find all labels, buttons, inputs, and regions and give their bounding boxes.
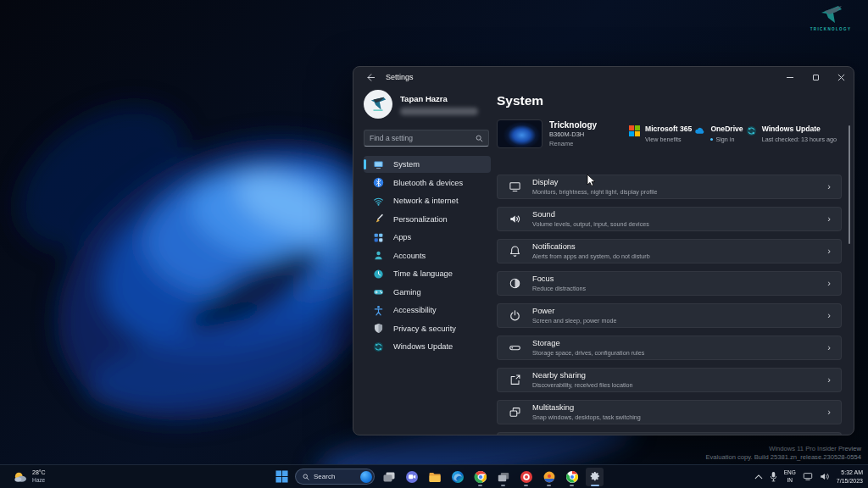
taskbar-app-window-stack[interactable]	[494, 468, 512, 486]
running-indicator	[547, 485, 551, 486]
row-title: Multitasking	[532, 403, 641, 412]
titlebar[interactable]: Settings	[353, 67, 854, 87]
sidebar-item-privacy-security[interactable]: Privacy & security	[364, 320, 491, 337]
network-icon[interactable]	[803, 472, 813, 481]
search-icon	[476, 135, 483, 142]
quick-card-subtitle: Last checked: 13 hours ago	[762, 136, 837, 143]
quick-card-onedrive[interactable]: OneDrive Sign in	[694, 125, 743, 143]
profile-email-blurred	[400, 108, 478, 115]
search-input[interactable]	[370, 134, 476, 142]
back-button[interactable]	[364, 71, 376, 83]
settings-row-partial[interactable]	[497, 432, 842, 435]
row-title: Sound	[532, 210, 649, 219]
minimize-icon	[787, 77, 793, 78]
language-primary: ENG	[784, 469, 796, 476]
search-highlights-icon[interactable]	[360, 471, 372, 483]
taskbar-app-settings[interactable]	[586, 468, 604, 486]
weather-temp: 28°C	[32, 469, 46, 476]
maximize-button[interactable]	[803, 67, 828, 87]
chevron-right-icon: ›	[827, 214, 831, 224]
onedrive-icon	[694, 125, 705, 136]
apps-icon	[373, 232, 384, 243]
close-button[interactable]	[828, 67, 854, 87]
taskbar-app-red-ring-app[interactable]	[517, 468, 535, 486]
start-button[interactable]	[273, 468, 290, 486]
row-subtitle: Volume levels, output, input, sound devi…	[532, 220, 649, 228]
insider-watermark: Windows 11 Pro Insider Preview Evaluatio…	[705, 445, 861, 461]
update-icon	[746, 125, 757, 136]
quick-card-subtitle: Sign in	[710, 136, 743, 143]
row-subtitle: Discoverability, received files location	[532, 381, 633, 389]
tray-overflow-chevron-icon[interactable]	[754, 474, 763, 480]
sidebar-item-bluetooth-devices[interactable]: Bluetooth & devices	[364, 175, 491, 191]
settings-row-display[interactable]: Display Monitors, brightness, night ligh…	[497, 175, 842, 199]
taskbar-app-chat[interactable]	[403, 468, 420, 486]
microphone-icon[interactable]	[770, 471, 777, 482]
sidebar-item-gaming[interactable]: Gaming	[364, 284, 491, 301]
sidebar-item-label: Apps	[393, 233, 411, 241]
privacy-icon	[373, 323, 384, 334]
clock[interactable]: 5:32 AM 7/15/2023	[837, 469, 863, 484]
sidebar-item-windows-update[interactable]: Windows Update	[364, 338, 491, 355]
profile-name: Tapan Hazra	[400, 94, 478, 103]
sidebar-item-system[interactable]: System	[364, 156, 491, 173]
settings-row-notifications[interactable]: Notifications Alerts from apps and syste…	[497, 239, 842, 263]
row-title: Power	[532, 307, 617, 315]
file-explorer-icon	[428, 470, 442, 484]
settings-window: Settings Ta	[353, 66, 854, 435]
minimize-button[interactable]	[777, 67, 803, 87]
row-title: Storage	[532, 339, 644, 347]
settings-row-storage[interactable]: Storage Storage space, drives, configura…	[497, 336, 842, 360]
settings-searchbox[interactable]	[364, 130, 489, 147]
taskbar-app-file-explorer[interactable]	[426, 468, 443, 486]
sidebar-item-time-language[interactable]: Time & language	[364, 265, 491, 282]
sidebar-item-accessibility[interactable]: Accessibility	[364, 302, 491, 319]
settings-row-multitasking[interactable]: Multitasking Snap windows, desktops, tas…	[497, 400, 842, 424]
watermark-line1: Windows 11 Pro Insider Preview	[705, 445, 861, 452]
quick-card-microsoft-365[interactable]: Microsoft 365 View benefits	[629, 125, 692, 143]
quick-card-windows-update[interactable]: Windows Update Last checked: 13 hours ag…	[746, 125, 837, 143]
sidebar-item-label: Windows Update	[393, 342, 453, 351]
quick-cards: Microsoft 365 View benefits OneDrive Sig…	[620, 125, 837, 143]
taskbar-app-task-view[interactable]	[380, 468, 398, 486]
tray-date: 7/15/2023	[837, 477, 863, 485]
taskbar-app-chrome[interactable]	[471, 468, 489, 486]
device-thumbnail	[497, 119, 542, 148]
taskbar-widgets-button[interactable]: 28°C Haze	[14, 469, 46, 483]
sidebar-item-personalization[interactable]: Personalization	[364, 211, 491, 228]
taskbar-app-edge[interactable]	[448, 468, 466, 486]
settings-row-nearby-sharing[interactable]: Nearby sharing Discoverability, received…	[497, 368, 842, 392]
row-title: Focus	[532, 274, 586, 283]
taskbar-app-browser-2[interactable]	[563, 468, 581, 486]
sidebar-item-apps[interactable]: Apps	[364, 229, 491, 246]
device-name: Tricknology	[549, 120, 597, 130]
window-scrollbar[interactable]	[849, 125, 850, 244]
running-indicator	[478, 485, 482, 486]
quick-card-title: Windows Update	[762, 125, 837, 133]
power-icon	[509, 309, 521, 322]
settings-sidebar: Tapan Hazra System Bluetooth & devices N…	[353, 87, 497, 435]
sidebar-item-label: Privacy & security	[393, 324, 456, 333]
sidebar-item-label: Accounts	[393, 252, 426, 260]
taskbar-search[interactable]: Search	[295, 469, 375, 485]
chevron-right-icon: ›	[827, 343, 831, 352]
settings-icon	[588, 470, 602, 484]
sidebar-item-network-internet[interactable]: Network & internet	[364, 192, 491, 209]
user-profile[interactable]: Tapan Hazra	[364, 90, 497, 119]
running-indicator	[524, 485, 528, 486]
system-page: System Tricknology B360M-D3H Rename Micr…	[497, 87, 854, 435]
settings-row-sound[interactable]: Sound Volume levels, output, input, soun…	[497, 207, 842, 231]
volume-icon[interactable]	[820, 472, 830, 481]
settings-row-power[interactable]: Power Screen and sleep, power mode ›	[497, 303, 842, 328]
page-title: System	[497, 93, 543, 108]
tricknology-logo-text: TRICKNOLOGY	[804, 27, 858, 31]
storage-icon	[509, 341, 521, 354]
taskbar-app-media-app[interactable]	[540, 468, 558, 486]
close-icon	[837, 74, 845, 81]
nearby-icon	[509, 374, 521, 386]
language-indicator[interactable]: ENG IN	[784, 469, 796, 483]
sidebar-item-accounts[interactable]: Accounts	[364, 247, 491, 264]
settings-row-focus[interactable]: Focus Reduce distractions ›	[497, 271, 842, 296]
bell-icon	[509, 245, 521, 258]
rename-link[interactable]: Rename	[549, 140, 597, 147]
